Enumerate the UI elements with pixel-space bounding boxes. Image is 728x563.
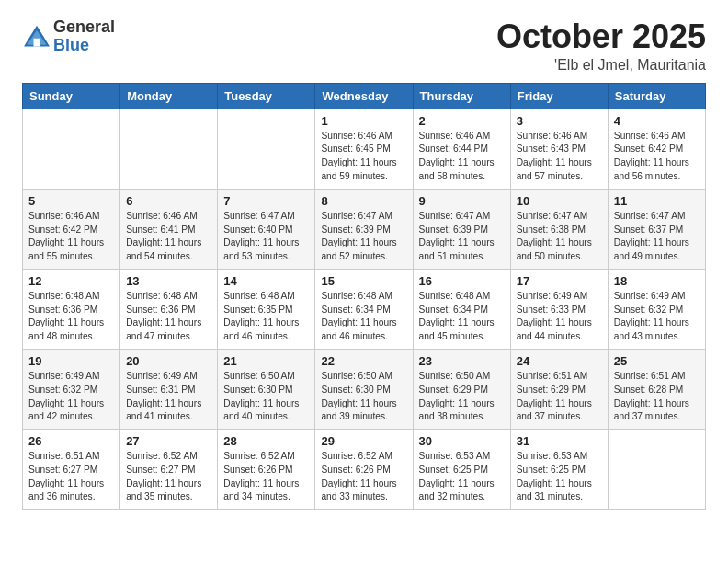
calendar-header-thursday: Thursday [413, 83, 510, 109]
calendar-cell: 22Sunrise: 6:50 AM Sunset: 6:30 PM Dayli… [315, 349, 413, 429]
calendar-cell: 14Sunrise: 6:48 AM Sunset: 6:35 PM Dayli… [218, 269, 315, 349]
calendar-cell: 20Sunrise: 6:49 AM Sunset: 6:31 PM Dayli… [120, 349, 218, 429]
day-info: Sunrise: 6:52 AM Sunset: 6:26 PM Dayligh… [223, 450, 309, 504]
day-info: Sunrise: 6:49 AM Sunset: 6:32 PM Dayligh… [28, 370, 114, 424]
calendar-header-saturday: Saturday [608, 83, 705, 109]
day-info: Sunrise: 6:46 AM Sunset: 6:41 PM Dayligh… [126, 210, 211, 264]
calendar-header-monday: Monday [120, 83, 218, 109]
calendar-header-wednesday: Wednesday [315, 83, 413, 109]
calendar-cell: 24Sunrise: 6:51 AM Sunset: 6:29 PM Dayli… [510, 349, 608, 429]
calendar-header-sunday: Sunday [23, 83, 120, 109]
day-info: Sunrise: 6:47 AM Sunset: 6:38 PM Dayligh… [517, 210, 602, 264]
title-block: October 2025 'Elb el Jmel, Mauritania [496, 18, 706, 74]
calendar-cell: 31Sunrise: 6:53 AM Sunset: 6:25 PM Dayli… [510, 430, 608, 510]
day-number: 8 [321, 194, 406, 208]
day-info: Sunrise: 6:46 AM Sunset: 6:42 PM Dayligh… [614, 130, 700, 184]
day-info: Sunrise: 6:47 AM Sunset: 6:39 PM Dayligh… [419, 210, 505, 264]
day-number: 1 [321, 114, 406, 128]
day-number: 3 [517, 114, 602, 128]
day-info: Sunrise: 6:47 AM Sunset: 6:39 PM Dayligh… [321, 210, 406, 264]
day-info: Sunrise: 6:50 AM Sunset: 6:30 PM Dayligh… [223, 370, 309, 424]
day-info: Sunrise: 6:47 AM Sunset: 6:40 PM Dayligh… [223, 210, 309, 264]
day-number: 5 [28, 194, 114, 208]
calendar-cell: 2Sunrise: 6:46 AM Sunset: 6:44 PM Daylig… [413, 109, 510, 189]
logo: General Blue [22, 18, 115, 55]
logo-blue: Blue [53, 37, 115, 55]
day-info: Sunrise: 6:52 AM Sunset: 6:26 PM Dayligh… [321, 450, 406, 504]
day-number: 7 [223, 194, 309, 208]
day-number: 28 [223, 434, 309, 448]
calendar-cell: 4Sunrise: 6:46 AM Sunset: 6:42 PM Daylig… [608, 109, 705, 189]
day-number: 25 [614, 354, 700, 368]
logo-general: General [53, 18, 115, 37]
day-info: Sunrise: 6:49 AM Sunset: 6:33 PM Dayligh… [517, 290, 602, 344]
day-info: Sunrise: 6:48 AM Sunset: 6:36 PM Dayligh… [126, 290, 211, 344]
day-info: Sunrise: 6:47 AM Sunset: 6:37 PM Dayligh… [614, 210, 700, 264]
day-number: 11 [614, 194, 700, 208]
logo-text: General Blue [53, 18, 115, 55]
day-number: 12 [28, 274, 114, 288]
calendar-cell: 3Sunrise: 6:46 AM Sunset: 6:43 PM Daylig… [510, 109, 608, 189]
day-number: 22 [321, 354, 406, 368]
calendar-header-friday: Friday [510, 83, 608, 109]
svg-rect-2 [34, 39, 40, 47]
calendar-cell: 29Sunrise: 6:52 AM Sunset: 6:26 PM Dayli… [315, 430, 413, 510]
calendar-cell: 17Sunrise: 6:49 AM Sunset: 6:33 PM Dayli… [510, 269, 608, 349]
calendar-table: SundayMondayTuesdayWednesdayThursdayFrid… [22, 83, 706, 511]
month-title: October 2025 [496, 18, 706, 55]
calendar-cell: 19Sunrise: 6:49 AM Sunset: 6:32 PM Dayli… [23, 349, 120, 429]
calendar-cell [120, 109, 218, 189]
calendar-cell: 6Sunrise: 6:46 AM Sunset: 6:41 PM Daylig… [120, 189, 218, 269]
day-number: 16 [419, 274, 505, 288]
calendar-cell: 10Sunrise: 6:47 AM Sunset: 6:38 PM Dayli… [510, 189, 608, 269]
day-number: 21 [223, 354, 309, 368]
calendar-week-row: 1Sunrise: 6:46 AM Sunset: 6:45 PM Daylig… [23, 109, 706, 189]
calendar-cell: 8Sunrise: 6:47 AM Sunset: 6:39 PM Daylig… [315, 189, 413, 269]
calendar-cell: 30Sunrise: 6:53 AM Sunset: 6:25 PM Dayli… [413, 430, 510, 510]
calendar-cell: 18Sunrise: 6:49 AM Sunset: 6:32 PM Dayli… [608, 269, 705, 349]
day-info: Sunrise: 6:50 AM Sunset: 6:30 PM Dayligh… [321, 370, 406, 424]
calendar-cell: 28Sunrise: 6:52 AM Sunset: 6:26 PM Dayli… [218, 430, 315, 510]
day-number: 6 [126, 194, 211, 208]
calendar-cell: 27Sunrise: 6:52 AM Sunset: 6:27 PM Dayli… [120, 430, 218, 510]
calendar-week-row: 12Sunrise: 6:48 AM Sunset: 6:36 PM Dayli… [23, 269, 706, 349]
day-number: 29 [321, 434, 406, 448]
day-number: 24 [517, 354, 602, 368]
header: General Blue October 2025 'Elb el Jmel, … [22, 18, 706, 74]
day-info: Sunrise: 6:48 AM Sunset: 6:34 PM Dayligh… [321, 290, 406, 344]
calendar-cell: 11Sunrise: 6:47 AM Sunset: 6:37 PM Dayli… [608, 189, 705, 269]
day-number: 31 [517, 434, 602, 448]
day-info: Sunrise: 6:49 AM Sunset: 6:31 PM Dayligh… [126, 370, 211, 424]
calendar-cell: 7Sunrise: 6:47 AM Sunset: 6:40 PM Daylig… [218, 189, 315, 269]
calendar-cell [218, 109, 315, 189]
day-info: Sunrise: 6:52 AM Sunset: 6:27 PM Dayligh… [126, 450, 211, 504]
day-info: Sunrise: 6:51 AM Sunset: 6:29 PM Dayligh… [517, 370, 602, 424]
day-number: 4 [614, 114, 700, 128]
day-number: 18 [614, 274, 700, 288]
calendar-cell: 16Sunrise: 6:48 AM Sunset: 6:34 PM Dayli… [413, 269, 510, 349]
day-info: Sunrise: 6:49 AM Sunset: 6:32 PM Dayligh… [614, 290, 700, 344]
day-info: Sunrise: 6:48 AM Sunset: 6:36 PM Dayligh… [28, 290, 114, 344]
day-number: 13 [126, 274, 211, 288]
calendar-header-row: SundayMondayTuesdayWednesdayThursdayFrid… [23, 83, 706, 109]
calendar-week-row: 5Sunrise: 6:46 AM Sunset: 6:42 PM Daylig… [23, 189, 706, 269]
day-info: Sunrise: 6:48 AM Sunset: 6:34 PM Dayligh… [419, 290, 505, 344]
day-number: 27 [126, 434, 211, 448]
day-number: 20 [126, 354, 211, 368]
logo-icon [22, 24, 51, 50]
day-number: 26 [28, 434, 114, 448]
day-number: 19 [28, 354, 114, 368]
calendar-cell: 21Sunrise: 6:50 AM Sunset: 6:30 PM Dayli… [218, 349, 315, 429]
calendar-cell: 13Sunrise: 6:48 AM Sunset: 6:36 PM Dayli… [120, 269, 218, 349]
day-info: Sunrise: 6:46 AM Sunset: 6:44 PM Dayligh… [419, 130, 505, 184]
day-info: Sunrise: 6:53 AM Sunset: 6:25 PM Dayligh… [419, 450, 505, 504]
calendar-cell: 12Sunrise: 6:48 AM Sunset: 6:36 PM Dayli… [23, 269, 120, 349]
day-number: 10 [517, 194, 602, 208]
day-number: 30 [419, 434, 505, 448]
day-number: 15 [321, 274, 406, 288]
calendar-cell: 25Sunrise: 6:51 AM Sunset: 6:28 PM Dayli… [608, 349, 705, 429]
day-info: Sunrise: 6:46 AM Sunset: 6:43 PM Dayligh… [517, 130, 602, 184]
day-info: Sunrise: 6:48 AM Sunset: 6:35 PM Dayligh… [223, 290, 309, 344]
calendar-cell: 26Sunrise: 6:51 AM Sunset: 6:27 PM Dayli… [23, 430, 120, 510]
day-number: 14 [223, 274, 309, 288]
